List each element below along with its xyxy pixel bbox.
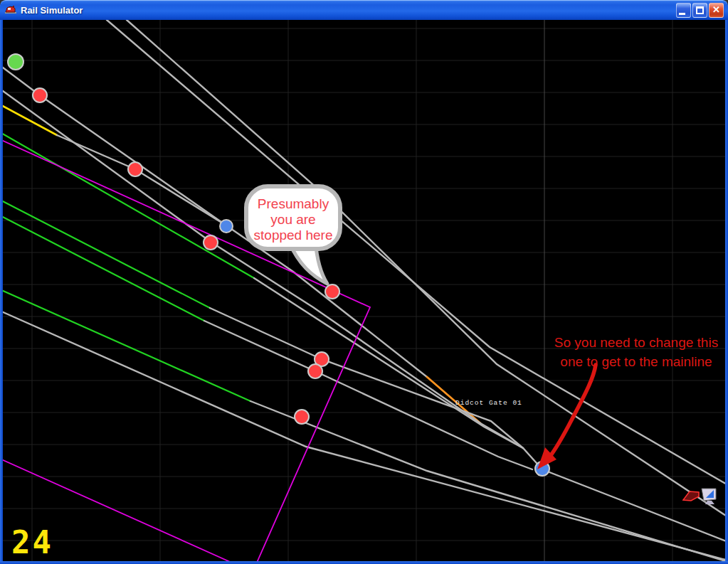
titlebar[interactable]: Rail Simulator ✕ xyxy=(0,0,728,20)
window-title: Rail Simulator xyxy=(21,5,675,16)
maximize-icon xyxy=(696,6,704,14)
window-border-bottom xyxy=(0,561,728,564)
train-icon xyxy=(4,4,17,16)
annotation-note-line: So you need to change this xyxy=(554,335,718,350)
wagon-icon[interactable] xyxy=(683,491,699,501)
track-siding-second xyxy=(0,89,480,423)
annotation-arrow xyxy=(549,365,596,457)
gate-label: Didcot Gate 01 xyxy=(455,399,522,407)
minimize-icon xyxy=(679,13,685,15)
close-button[interactable]: ✕ xyxy=(709,3,724,18)
minimize-button[interactable] xyxy=(676,3,691,18)
rail-simulator-window: Didcot Gate 01Presumablyyou arestopped h… xyxy=(0,0,728,564)
track-mainline-lower xyxy=(127,20,728,517)
switch-dot[interactable] xyxy=(221,220,232,232)
close-icon: ✕ xyxy=(709,4,723,15)
monitor-icon[interactable] xyxy=(705,501,714,504)
annotation-note-line: one to get to the mainline xyxy=(560,354,712,369)
track-green-b xyxy=(0,200,210,308)
window-border-left xyxy=(0,20,3,564)
red-signal-dot[interactable] xyxy=(33,89,46,102)
track-green-d xyxy=(0,289,250,401)
window-border-right xyxy=(725,20,728,564)
track-green-a xyxy=(0,132,254,278)
red-signal-dot[interactable] xyxy=(204,236,217,249)
red-signal-dot[interactable] xyxy=(315,353,328,366)
red-signal-dot[interactable] xyxy=(295,410,308,423)
bubble-text-line: stopped here xyxy=(254,228,333,243)
track-green-d-cont xyxy=(250,401,728,562)
track-map[interactable]: Didcot Gate 01Presumablyyou arestopped h… xyxy=(0,0,728,564)
bubble-text-line: you are xyxy=(270,212,315,227)
bubble-text-line: Presumably xyxy=(258,196,329,211)
green-signal-dot[interactable] xyxy=(9,55,23,69)
red-signal-dot[interactable] xyxy=(326,285,339,298)
maximize-button[interactable] xyxy=(692,3,707,18)
red-signal-dot[interactable] xyxy=(309,365,322,378)
red-signal-dot[interactable] xyxy=(129,163,142,176)
track-green-a-cont xyxy=(254,278,523,448)
clock-display: 24 xyxy=(11,527,53,558)
